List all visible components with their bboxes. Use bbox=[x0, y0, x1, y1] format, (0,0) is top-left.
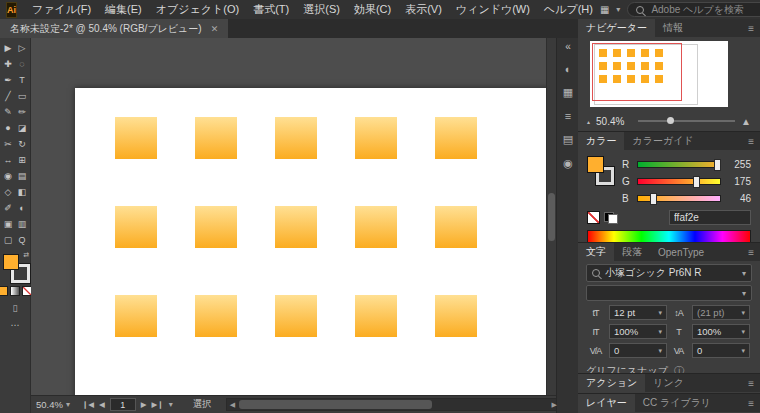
font-family-dropdown[interactable]: 小塚ゴシック Pr6N R ▾ bbox=[586, 264, 752, 282]
none-swatch[interactable] bbox=[587, 211, 600, 224]
red-slider[interactable] bbox=[637, 161, 721, 168]
menu-select[interactable]: 選択(S) bbox=[296, 2, 347, 17]
next-artboard-icon[interactable]: ▶ bbox=[141, 400, 147, 409]
type-tool[interactable]: T bbox=[15, 72, 29, 88]
kerning-dropdown[interactable]: 0 ▾ bbox=[609, 343, 667, 358]
fill-swatch[interactable] bbox=[3, 254, 19, 270]
gradient-square[interactable] bbox=[275, 206, 317, 248]
transparency-panel-icon[interactable]: ▤ bbox=[563, 133, 573, 146]
gradient-square[interactable] bbox=[195, 206, 237, 248]
symbol-sprayer-tool[interactable]: ▣ bbox=[1, 216, 15, 232]
document-tab[interactable]: 名称未設定-2* @ 50.4% (RGB/プレビュー) ✕ bbox=[0, 19, 228, 38]
menu-file[interactable]: ファイル(F) bbox=[25, 2, 98, 17]
scroll-left-icon[interactable]: ◀ bbox=[230, 401, 235, 409]
gradient-square[interactable] bbox=[435, 206, 477, 248]
blue-slider[interactable] bbox=[637, 195, 721, 202]
horizontal-scrollbar[interactable]: ◀ ▶ bbox=[226, 398, 561, 411]
eyedropper-tool[interactable]: ✐ bbox=[1, 200, 15, 216]
appearance-panel-icon[interactable]: ◉ bbox=[563, 157, 573, 170]
previous-artboard-icon[interactable]: ◀ bbox=[99, 400, 105, 409]
expand-panels-icon[interactable]: « bbox=[565, 41, 571, 52]
menu-effect[interactable]: 効果(C) bbox=[347, 2, 398, 17]
zoom-in-icon[interactable]: ▲ bbox=[741, 116, 751, 127]
tab-links[interactable]: リンク bbox=[645, 374, 692, 392]
font-style-dropdown[interactable]: ▾ bbox=[586, 285, 752, 301]
gradient-mode-button[interactable] bbox=[10, 286, 20, 296]
color-mode-button[interactable] bbox=[0, 286, 8, 296]
zoom-control[interactable]: 50.4% ▾ bbox=[36, 399, 70, 410]
canvas[interactable] bbox=[31, 38, 556, 396]
tracking-dropdown[interactable]: 0 ▾ bbox=[692, 343, 750, 358]
tab-actions[interactable]: アクション bbox=[578, 374, 645, 392]
lasso-tool[interactable]: ◌ bbox=[15, 56, 29, 72]
artboard[interactable] bbox=[75, 88, 550, 396]
gradient-square[interactable] bbox=[435, 117, 477, 159]
direct-selection-tool[interactable]: ▷ bbox=[15, 40, 29, 56]
draw-mode-icon[interactable]: ▯ bbox=[13, 303, 18, 313]
scroll-right-icon[interactable]: ▶ bbox=[552, 401, 557, 409]
navigator-zoom-slider[interactable] bbox=[638, 120, 735, 122]
artboard-tool[interactable]: ▢ bbox=[1, 232, 15, 248]
scissors-tool[interactable]: ✂ bbox=[1, 136, 15, 152]
tab-paragraph[interactable]: 段落 bbox=[614, 243, 650, 261]
pen-tool[interactable]: ✒ bbox=[1, 72, 15, 88]
gradient-square[interactable] bbox=[275, 295, 317, 337]
eraser-tool[interactable]: ◪ bbox=[15, 120, 29, 136]
rotate-tool[interactable]: ↻ bbox=[15, 136, 29, 152]
width-tool[interactable]: ⊞ bbox=[15, 152, 29, 168]
tab-navigator[interactable]: ナビゲーター bbox=[578, 19, 655, 37]
navigator-thumbnail[interactable] bbox=[590, 41, 728, 107]
vertical-scrollbar[interactable] bbox=[546, 38, 556, 396]
last-artboard-icon[interactable]: ▶❙ bbox=[152, 400, 164, 409]
gradient-square[interactable] bbox=[115, 295, 157, 337]
mesh-tool[interactable]: ◇ bbox=[1, 184, 15, 200]
leading-dropdown[interactable]: (21 pt) ▾ bbox=[692, 305, 750, 320]
red-slider-thumb[interactable] bbox=[714, 159, 721, 171]
swatches-panel-icon[interactable]: ▦ bbox=[563, 86, 573, 99]
color-panel-icon[interactable]: ◐ bbox=[565, 63, 572, 75]
paintbrush-tool[interactable]: ✎ bbox=[1, 104, 15, 120]
color-spectrum-bar[interactable] bbox=[587, 230, 751, 243]
menu-help[interactable]: ヘルプ(H) bbox=[537, 2, 600, 17]
navigator-zoom-slider-thumb[interactable] bbox=[667, 117, 674, 124]
gradient-square[interactable] bbox=[355, 206, 397, 248]
gradient-square[interactable] bbox=[275, 117, 317, 159]
info-icon[interactable]: ⓘ bbox=[674, 364, 684, 374]
gradient-square[interactable] bbox=[435, 295, 477, 337]
chevron-down-icon[interactable]: ▾ bbox=[616, 5, 620, 14]
menu-type[interactable]: 書式(T) bbox=[246, 2, 296, 17]
fill-swatch[interactable] bbox=[587, 156, 604, 173]
black-white-swatch[interactable] bbox=[604, 212, 618, 224]
perspective-grid-tool[interactable]: ▤ bbox=[15, 168, 29, 184]
search-input[interactable] bbox=[649, 3, 760, 16]
gradient-square[interactable] bbox=[115, 117, 157, 159]
horizontal-scrollbar-thumb[interactable] bbox=[239, 400, 432, 409]
green-slider-thumb[interactable] bbox=[693, 176, 700, 188]
horizontal-scale-dropdown[interactable]: 100% ▾ bbox=[692, 324, 750, 339]
tab-character[interactable]: 文字 bbox=[578, 243, 614, 261]
scale-tool[interactable]: ↔ bbox=[1, 152, 15, 168]
gradient-square[interactable] bbox=[195, 295, 237, 337]
artboard-number-field[interactable] bbox=[110, 398, 136, 411]
blue-slider-thumb[interactable] bbox=[650, 193, 657, 205]
navigator-zoom-value[interactable]: 50.4% bbox=[596, 116, 632, 127]
menu-edit[interactable]: 編集(E) bbox=[98, 2, 149, 17]
shape-builder-tool[interactable]: ◉ bbox=[1, 168, 15, 184]
magic-wand-tool[interactable]: ✚ bbox=[1, 56, 15, 72]
tab-opentype[interactable]: OpenType bbox=[650, 243, 712, 261]
first-artboard-icon[interactable]: ❙◀ bbox=[82, 400, 94, 409]
green-value[interactable]: 175 bbox=[727, 176, 751, 187]
tab-info[interactable]: 情報 bbox=[655, 19, 691, 37]
menu-window[interactable]: ウィンドウ(W) bbox=[449, 2, 537, 17]
tab-layers[interactable]: レイヤー bbox=[578, 394, 635, 412]
rectangle-tool[interactable]: ▭ bbox=[15, 88, 29, 104]
menu-view[interactable]: 表示(V) bbox=[398, 2, 449, 17]
gradient-square[interactable] bbox=[115, 206, 157, 248]
pencil-tool[interactable]: ✏ bbox=[15, 104, 29, 120]
selection-tool[interactable]: ▶ bbox=[1, 40, 15, 56]
chevron-down-icon[interactable]: ▾ bbox=[169, 400, 173, 409]
panel-menu-icon[interactable]: ≡ bbox=[742, 374, 760, 392]
green-slider[interactable] bbox=[637, 178, 721, 185]
close-icon[interactable]: ✕ bbox=[211, 24, 219, 34]
line-segment-tool[interactable]: ╱ bbox=[1, 88, 15, 104]
